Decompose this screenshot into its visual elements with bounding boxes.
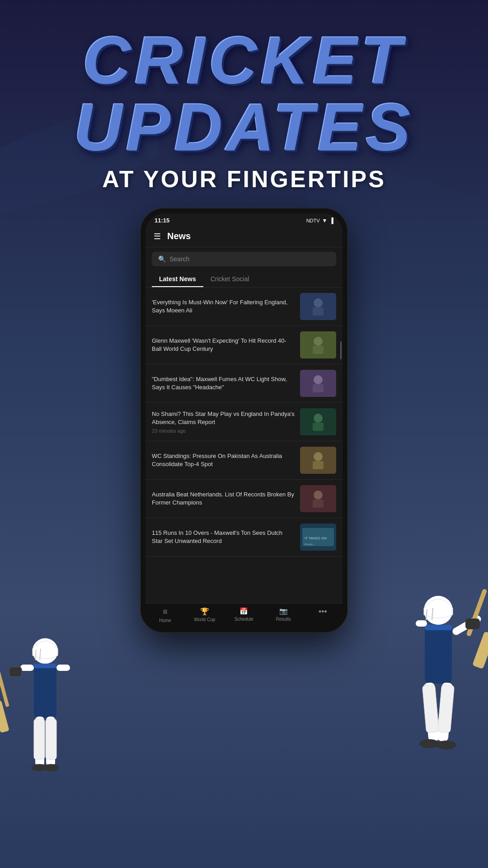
news-thumb-4 (300, 408, 336, 435)
svg-point-35 (314, 298, 323, 307)
news-thumb-1 (300, 293, 336, 320)
news-time-4: 23 minutes ago (152, 428, 295, 434)
schedule-icon: 📅 (239, 607, 248, 615)
nav-label-home: Home (159, 618, 171, 623)
svg-rect-27 (465, 618, 480, 629)
nav-item-more[interactable]: ••• (309, 607, 336, 623)
news-text-1: 'Everything Is Must-Win Now' For Falteri… (152, 298, 295, 315)
search-icon: 🔍 (158, 255, 166, 263)
svg-rect-7 (20, 665, 34, 671)
svg-rect-48 (313, 461, 324, 469)
svg-text:Bookin...: Bookin... (305, 543, 315, 546)
bottom-nav: ≡ Home 🏆 World Cup 📅 Schedule 📷 Results … (145, 603, 343, 627)
phone-mockup: 11:15 NDTV ▼ ▐ ☰ News 🔍 Search (140, 208, 348, 633)
news-thumb-6 (300, 485, 336, 512)
tab-latest-news[interactable]: Latest News (152, 271, 203, 287)
news-text-5: WC Standings: Pressure On Pakistan As Au… (152, 452, 295, 468)
svg-point-17 (43, 764, 59, 771)
title-updates: UPDATES (9, 94, 479, 161)
svg-rect-30 (422, 684, 439, 733)
news-title-2: Glenn Maxwell 'Wasn't Expecting' To Hit … (152, 337, 295, 353)
news-item-2[interactable]: Glenn Maxwell 'Wasn't Expecting' To Hit … (145, 326, 343, 364)
svg-rect-8 (56, 665, 70, 671)
svg-point-38 (314, 337, 323, 346)
status-bar: 11:15 NDTV ▼ ▐ (145, 213, 343, 226)
news-item-7[interactable]: 115 Runs In 10 Overs - Maxwell's Ton See… (145, 518, 343, 557)
svg-rect-51 (313, 500, 324, 508)
worldcup-icon: 🏆 (200, 607, 209, 616)
svg-rect-31 (437, 684, 454, 733)
news-title-4: No Shami? This Star May Play vs England … (152, 410, 295, 426)
svg-rect-39 (313, 346, 324, 354)
more-icon: ••• (319, 607, 327, 617)
nav-item-worldcup[interactable]: 🏆 World Cup (191, 607, 218, 623)
news-item-1[interactable]: 'Everything Is Must-Win Now' For Falteri… (145, 288, 343, 326)
wifi-icon: ▼ (322, 217, 328, 224)
news-title-1: 'Everything Is Must-Win Now' For Falteri… (152, 298, 295, 315)
nav-item-home[interactable]: ≡ Home (152, 607, 179, 623)
svg-rect-26 (472, 631, 488, 669)
thumb-img-1 (300, 293, 336, 320)
news-text-3: "Dumbest Idea": Maxwell Fumes At WC Ligh… (152, 375, 295, 392)
nav-label-results: Results (276, 617, 291, 622)
news-item-6[interactable]: Australia Beat Netherlands. List Of Reco… (145, 480, 343, 518)
news-text-4: No Shami? This Star May Play vs England … (152, 410, 295, 434)
svg-point-47 (314, 452, 323, 461)
header-area: CRICKET UPDATES AT YOUR FINGERTIPS (0, 18, 488, 202)
news-item-4[interactable]: No Shami? This Star May Play vs England … (145, 403, 343, 441)
player-left-illustration (0, 624, 95, 841)
search-placeholder-text: Search (169, 255, 189, 263)
phone-inner: 11:15 NDTV ▼ ▐ ☰ News 🔍 Search (145, 213, 343, 627)
news-title-7: 115 Runs In 10 Overs - Maxwell's Ton See… (152, 529, 295, 545)
search-container: 🔍 Search (145, 247, 343, 271)
svg-rect-36 (313, 307, 324, 316)
svg-rect-42 (313, 384, 324, 392)
news-list: 'Everything Is Must-Win Now' For Falteri… (145, 288, 343, 603)
svg-point-32 (419, 739, 439, 748)
battery-icon: ▐ (329, 217, 333, 224)
svg-rect-6 (34, 664, 56, 668)
news-text-7: 115 Runs In 10 Overs - Maxwell's Ton See… (152, 529, 295, 545)
svg-rect-14 (34, 719, 45, 760)
scroll-indicator (340, 341, 342, 359)
app-header: ☰ News (145, 226, 343, 247)
svg-rect-10 (0, 663, 9, 708)
svg-rect-9 (9, 667, 22, 677)
news-title-6: Australia Beat Netherlands. List Of Reco… (152, 491, 295, 507)
svg-point-50 (314, 491, 323, 500)
news-item-3[interactable]: "Dumbest Idea": Maxwell Fumes At WC Ligh… (145, 364, 343, 403)
player-right-illustration (380, 579, 488, 832)
title-cricket: CRICKET (9, 27, 479, 94)
search-bar[interactable]: 🔍 Search (152, 252, 336, 266)
svg-rect-21 (425, 625, 452, 684)
results-icon: 📷 (279, 607, 288, 615)
status-time: 11:15 (155, 217, 169, 224)
news-list-inner: 'Everything Is Must-Win Now' For Falteri… (145, 288, 343, 557)
nav-item-schedule[interactable]: 📅 Schedule (230, 607, 258, 623)
carrier-text: NDTV (306, 218, 320, 223)
nav-label-worldcup: World Cup (194, 617, 215, 622)
news-item-5[interactable]: WC Standings: Pressure On Pakistan As Au… (145, 441, 343, 480)
news-title-3: "Dumbest Idea": Maxwell Fumes At WC Ligh… (152, 375, 295, 392)
news-thumb-2 (300, 331, 336, 359)
svg-rect-22 (425, 625, 452, 630)
svg-text:IT TAKES ON: IT TAKES ON (305, 536, 327, 540)
menu-icon[interactable]: ☰ (154, 231, 161, 241)
news-text-6: Australia Beat Netherlands. List Of Reco… (152, 491, 295, 507)
news-title-5: WC Standings: Pressure On Pakistan As Au… (152, 452, 295, 468)
svg-rect-24 (416, 620, 427, 627)
nav-label-schedule: Schedule (235, 617, 253, 622)
svg-rect-45 (313, 423, 324, 431)
phone-outer: 11:15 NDTV ▼ ▐ ☰ News 🔍 Search (140, 208, 348, 633)
svg-rect-15 (46, 719, 56, 760)
svg-rect-25 (466, 589, 487, 637)
news-text-2: Glenn Maxwell 'Wasn't Expecting' To Hit … (152, 337, 295, 353)
svg-point-41 (314, 375, 323, 384)
header-subtitle: AT YOUR FINGERTIPS (9, 165, 479, 193)
tab-cricket-social[interactable]: Cricket Social (203, 271, 257, 287)
news-thumb-7: IT TAKES ON Bookin... (300, 524, 336, 551)
app-title: News (167, 231, 191, 241)
nav-item-results[interactable]: 📷 Results (270, 607, 297, 623)
svg-rect-5 (34, 664, 56, 718)
tabs-container: Latest News Cricket Social (145, 271, 343, 288)
